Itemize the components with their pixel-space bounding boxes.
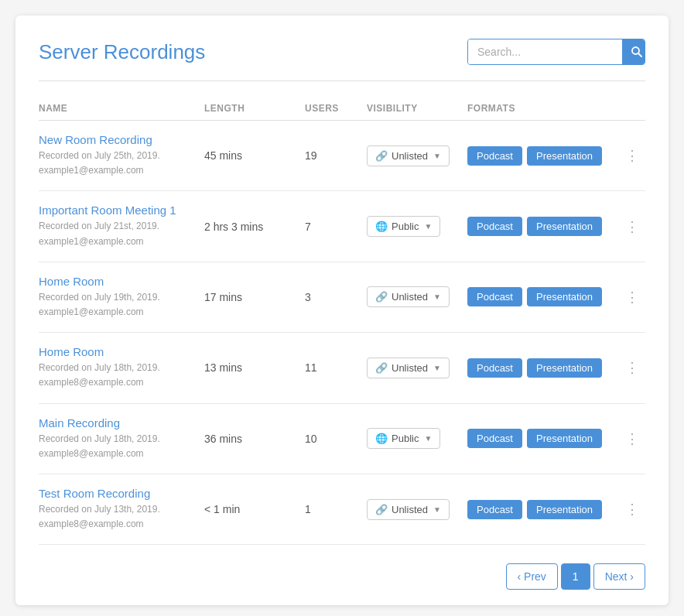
length-cell: 2 hrs 3 mins: [204, 221, 305, 233]
main-container: Server Recordings NAME LENGTH USERS VISI…: [15, 15, 669, 605]
col-name: NAME: [39, 103, 204, 114]
format-button-presentation[interactable]: Presentation: [527, 429, 602, 448]
more-button[interactable]: ⋮: [622, 427, 642, 450]
format-button-presentation[interactable]: Presentation: [527, 217, 602, 236]
chevron-down-icon: ▼: [433, 152, 441, 160]
more-actions-cell: ⋮: [622, 356, 645, 379]
recording-meta: Recorded on July 25th, 2019.example1@exa…: [39, 149, 204, 178]
formats-cell: PodcastPresentation: [467, 500, 622, 519]
table-row: Main Recording Recorded on July 18th, 20…: [39, 404, 645, 474]
chevron-down-icon: ▼: [424, 434, 432, 443]
visibility-icon: 🌐: [375, 221, 388, 232]
more-button[interactable]: ⋮: [622, 498, 642, 521]
col-users: USERS: [305, 103, 367, 114]
search-button[interactable]: [622, 39, 645, 64]
name-cell: Home Room Recorded on July 19th, 2019.ex…: [39, 275, 204, 320]
visibility-cell: 🔗 Unlisted ▼: [367, 499, 467, 520]
format-button-presentation[interactable]: Presentation: [527, 287, 602, 306]
users-cell: 7: [305, 221, 367, 233]
recording-name[interactable]: Home Room: [39, 275, 204, 288]
header-divider: [39, 80, 645, 81]
visibility-icon: 🔗: [375, 150, 388, 162]
prev-page-button[interactable]: ‹ Prev: [506, 563, 558, 590]
chevron-down-icon: ▼: [433, 505, 441, 514]
search-icon: [631, 46, 642, 57]
more-actions-cell: ⋮: [622, 215, 645, 238]
recording-meta: Recorded on July 21st, 2019.example1@exa…: [39, 219, 204, 248]
more-actions-cell: ⋮: [622, 498, 645, 521]
recording-name[interactable]: New Room Recording: [39, 133, 204, 146]
more-actions-cell: ⋮: [622, 286, 645, 309]
formats-cell: PodcastPresentation: [467, 429, 622, 448]
visibility-icon: 🔗: [375, 291, 388, 303]
visibility-button[interactable]: 🔗 Unlisted ▼: [367, 286, 450, 307]
formats-cell: PodcastPresentation: [467, 146, 622, 166]
formats-cell: PodcastPresentation: [467, 217, 622, 236]
length-cell: 17 mins: [204, 291, 305, 303]
table-row: Test Room Recording Recorded on July 13t…: [39, 474, 645, 545]
more-button[interactable]: ⋮: [622, 286, 642, 309]
visibility-cell: 🌐 Public ▼: [367, 428, 467, 449]
name-cell: Important Room Meeting 1 Recorded on Jul…: [39, 204, 204, 248]
length-cell: < 1 min: [204, 503, 305, 515]
format-button-podcast[interactable]: Podcast: [467, 358, 522, 378]
users-cell: 19: [305, 149, 367, 162]
recordings-list: New Room Recording Recorded on July 25th…: [39, 121, 645, 545]
pagination: ‹ Prev 1 Next ›: [39, 563, 645, 590]
recording-meta: Recorded on July 18th, 2019.example8@exa…: [39, 432, 204, 461]
format-button-podcast[interactable]: Podcast: [467, 500, 522, 519]
name-cell: Test Room Recording Recorded on July 13t…: [39, 487, 204, 532]
visibility-label: Public: [392, 221, 419, 232]
recording-name[interactable]: Test Room Recording: [39, 487, 204, 500]
users-cell: 1: [305, 503, 367, 515]
visibility-button[interactable]: 🌐 Public ▼: [367, 428, 440, 449]
visibility-label: Unlisted: [392, 291, 428, 303]
more-button[interactable]: ⋮: [622, 356, 642, 379]
length-cell: 45 mins: [204, 149, 305, 162]
recording-name[interactable]: Home Room: [39, 345, 204, 358]
table-row: Home Room Recorded on July 18th, 2019.ex…: [39, 333, 645, 403]
visibility-label: Unlisted: [392, 362, 428, 374]
visibility-cell: 🔗 Unlisted ▼: [367, 145, 467, 166]
name-cell: Home Room Recorded on July 18th, 2019.ex…: [39, 345, 204, 390]
search-box: [467, 39, 645, 65]
more-actions-cell: ⋮: [622, 427, 645, 450]
table-row: Home Room Recorded on July 19th, 2019.ex…: [39, 262, 645, 333]
visibility-cell: 🔗 Unlisted ▼: [367, 286, 467, 307]
current-page-button[interactable]: 1: [561, 563, 590, 590]
name-cell: Main Recording Recorded on July 18th, 20…: [39, 416, 204, 461]
chevron-down-icon: ▼: [433, 364, 441, 372]
format-button-podcast[interactable]: Podcast: [467, 217, 522, 236]
users-cell: 11: [305, 361, 367, 374]
search-input[interactable]: [468, 39, 622, 64]
visibility-label: Unlisted: [392, 504, 428, 515]
visibility-label: Public: [392, 433, 419, 444]
more-button[interactable]: ⋮: [622, 144, 642, 167]
page-title: Server Recordings: [39, 40, 205, 64]
visibility-cell: 🔗 Unlisted ▼: [367, 358, 467, 378]
recording-name[interactable]: Important Room Meeting 1: [39, 204, 204, 217]
more-button[interactable]: ⋮: [622, 215, 642, 238]
format-button-presentation[interactable]: Presentation: [527, 500, 602, 519]
chevron-down-icon: ▼: [433, 293, 441, 301]
recording-meta: Recorded on July 19th, 2019.example1@exa…: [39, 290, 204, 320]
recording-name[interactable]: Main Recording: [39, 416, 204, 429]
users-cell: 10: [305, 433, 367, 445]
visibility-button[interactable]: 🔗 Unlisted ▼: [367, 145, 450, 166]
visibility-button[interactable]: 🌐 Public ▼: [367, 216, 440, 237]
visibility-button[interactable]: 🔗 Unlisted ▼: [367, 358, 450, 378]
users-cell: 3: [305, 291, 367, 303]
format-button-podcast[interactable]: Podcast: [467, 287, 522, 306]
col-visibility: VISIBILITY: [367, 103, 467, 114]
col-length: LENGTH: [204, 103, 305, 114]
format-button-podcast[interactable]: Podcast: [467, 146, 522, 166]
format-button-presentation[interactable]: Presentation: [527, 358, 602, 378]
visibility-button[interactable]: 🔗 Unlisted ▼: [367, 499, 450, 520]
recording-meta: Recorded on July 13th, 2019.example8@exa…: [39, 502, 204, 532]
next-page-button[interactable]: Next ›: [593, 563, 645, 590]
visibility-icon: 🌐: [375, 433, 388, 444]
format-button-presentation[interactable]: Presentation: [527, 146, 602, 166]
table-row: Important Room Meeting 1 Recorded on Jul…: [39, 191, 645, 262]
visibility-cell: 🌐 Public ▼: [367, 216, 467, 237]
format-button-podcast[interactable]: Podcast: [467, 429, 522, 448]
